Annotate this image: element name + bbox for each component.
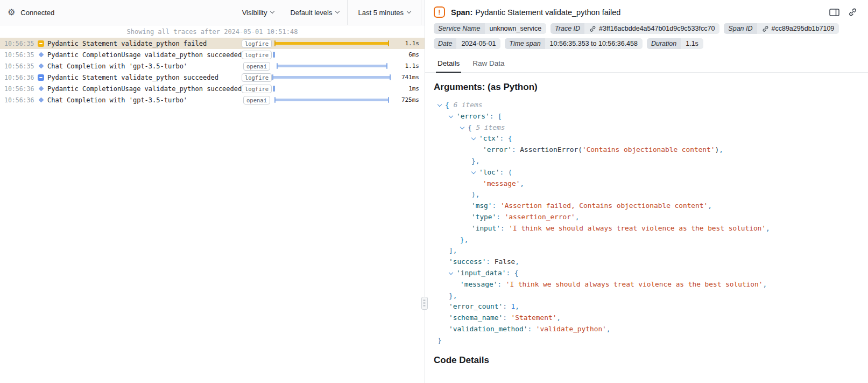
badge-value-text: 10:56:35.353 to 10:56:36.458 [550, 40, 638, 47]
code-token: 'ctx' [479, 134, 500, 142]
link-icon[interactable] [762, 25, 769, 32]
trace-duration: 741ms [396, 74, 419, 81]
scope-tag: logfire [242, 39, 272, 48]
code-token: 'validate_python' [536, 325, 606, 333]
collapse-toggle-icon[interactable] [38, 74, 44, 81]
code-line: 'errors': [ [437, 111, 859, 122]
visibility-dropdown[interactable]: Visibility [234, 0, 283, 25]
code-token: 'Contains objectionable content' [582, 145, 715, 154]
trace-list-panel: ⚙ Connected Visibility Default levels La… [0, 0, 425, 383]
connection-status: ⚙ Connected [0, 0, 54, 25]
code-token: ), [471, 190, 479, 198]
span-header-actions [829, 8, 857, 17]
code-line: 'ctx': { [437, 133, 859, 144]
code-token: : [497, 280, 505, 288]
code-token: }, [460, 235, 468, 243]
warning-icon: ! [434, 6, 445, 18]
trace-title: Pydantic CompletionUsage validate_python… [47, 51, 244, 59]
trace-row[interactable]: 10:56:35 Chat Completion with 'gpt-3.5-t… [0, 60, 425, 72]
collapse-arrow-icon[interactable] [471, 136, 476, 140]
collapse-arrow-icon[interactable] [449, 114, 453, 118]
code-token: , [515, 302, 519, 310]
span-diamond-icon [38, 64, 44, 69]
time-range-dropdown[interactable]: Last 5 minutes [347, 0, 421, 25]
code-token: : [ [490, 112, 502, 120]
tab-details[interactable]: Details [432, 55, 465, 72]
duration-bar [273, 76, 390, 79]
scope-tag: logfire [242, 85, 272, 93]
code-line: 'validation_method': 'validate_python', [437, 324, 859, 335]
code-token: 'input' [471, 224, 500, 232]
time-range-label: Last 5 minutes [358, 9, 404, 17]
code-token: : [486, 257, 494, 266]
code-token: 'error' [483, 145, 512, 154]
collapse-toggle-icon[interactable] [38, 40, 44, 47]
timeline-cell [273, 38, 392, 49]
trace-duration: 6ms [396, 51, 419, 58]
code-token: , [766, 224, 770, 232]
code-token: 'msg' [471, 201, 492, 210]
code-line: 'schema_name': 'Statement', [437, 312, 859, 324]
code-token: : { [506, 269, 518, 277]
code-line: }, [437, 290, 859, 302]
code-token: , [556, 314, 561, 322]
span-diamond-icon [38, 98, 44, 103]
collapse-arrow-icon[interactable] [437, 102, 442, 107]
badge-label: Duration [647, 38, 681, 49]
trace-duration: 1.1s [396, 62, 419, 69]
code-token: : [527, 325, 535, 333]
trace-row[interactable]: 10:56:36 Pydantic Statement validate_pyt… [0, 72, 425, 83]
detail-tabs: Details Raw Data [425, 55, 868, 73]
code-line: 'error': AssertionError('Contains object… [437, 144, 859, 156]
drag-grip-icon [423, 299, 426, 308]
timeline-cell [273, 94, 392, 106]
code-token: AssertionError( [520, 145, 582, 154]
collapse-arrow-icon[interactable] [460, 124, 464, 129]
code-token: : [492, 201, 500, 210]
code-token: 'Assertion failed, Contains objectionabl… [500, 201, 708, 210]
code-token: : [512, 145, 520, 154]
code-token: 'message' [460, 280, 497, 288]
code-token: 6 items [449, 101, 483, 109]
panel-resize-handle[interactable] [421, 297, 428, 310]
badge-value-text: #3ff16acbdde4a547b01d9c9c533fcc70 [599, 25, 715, 32]
copy-link-icon[interactable] [848, 8, 857, 17]
toolbar-dropdowns: Visibility Default levels Last 5 minutes [234, 0, 421, 25]
trace-title: Pydantic CompletionUsage validate_python… [47, 85, 244, 93]
span-title-prefix: Span: [451, 8, 472, 17]
badge-value-text: 2024-05-01 [461, 40, 496, 47]
code-line: }, [437, 156, 859, 167]
trace-row[interactable]: 10:56:36 Pydantic CompletionUsage valida… [0, 83, 425, 94]
code-line: 'error_count': 1, [437, 301, 859, 312]
code-line: 'message': 'I think we should always tre… [437, 279, 859, 290]
timeline-cell [273, 49, 392, 60]
tab-raw-data[interactable]: Raw Data [467, 55, 510, 72]
duration-bar [273, 87, 274, 90]
code-token: }, [471, 157, 479, 165]
default-levels-dropdown[interactable]: Default levels [282, 0, 347, 25]
code-line: 'input_data': { [437, 268, 859, 279]
badge-label: Service Name [434, 23, 485, 34]
code-token: , [515, 257, 519, 266]
visibility-label: Visibility [242, 9, 267, 17]
connected-label: Connected [20, 9, 54, 17]
trace-row[interactable]: 10:56:35 Pydantic CompletionUsage valida… [0, 49, 425, 60]
panel-layout-icon[interactable] [829, 8, 839, 17]
chevron-down-icon [407, 9, 411, 13]
code-block: { 6 items'errors': [{ 5 items'ctx': {'er… [434, 100, 859, 346]
code-token: , [606, 325, 611, 333]
trace-row[interactable]: 10:56:35 Pydantic Statement validate_pyt… [0, 38, 425, 49]
gear-icon[interactable]: ⚙ [8, 8, 15, 17]
code-token: 'message' [483, 179, 520, 187]
collapse-arrow-icon[interactable] [471, 170, 476, 174]
scope-tag: logfire [242, 73, 272, 82]
badge-label: Time span [505, 38, 545, 49]
collapse-arrow-icon[interactable] [449, 270, 453, 275]
attribute-badge: Time span 10:56:35.353 to 10:56:36.458 [505, 38, 643, 49]
link-icon[interactable] [589, 25, 596, 32]
trace-row[interactable]: 10:56:36 Chat Completion with 'gpt-3.5-t… [0, 94, 425, 106]
code-token: 'Statement' [511, 314, 557, 322]
timeline-cell [273, 72, 392, 83]
badge-row: Date 2024-05-01 Time span 10:56:35.353 t… [425, 38, 868, 49]
code-line: 'input': 'I think we should always treat… [437, 223, 859, 234]
